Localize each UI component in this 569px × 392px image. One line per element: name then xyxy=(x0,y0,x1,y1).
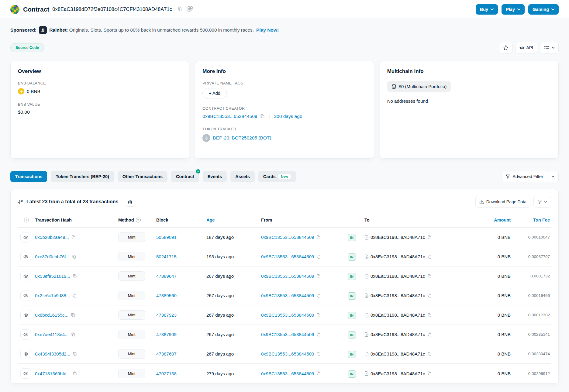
block-link[interactable]: 47387607 xyxy=(156,351,177,356)
qr-code-button[interactable] xyxy=(186,5,194,14)
method-badge[interactable]: Mint xyxy=(118,310,145,320)
checklist-icon xyxy=(544,45,550,50)
preview-transaction-button[interactable] xyxy=(20,349,31,359)
block-link[interactable]: 50241715 xyxy=(156,254,177,259)
copy-from-button[interactable] xyxy=(316,235,321,240)
copy-hash-button[interactable] xyxy=(71,235,76,240)
preview-transaction-button[interactable] xyxy=(20,271,31,281)
copy-to-button[interactable] xyxy=(427,312,432,318)
creator-address-link[interactable]: 0x9BC13553...653844509 xyxy=(202,114,257,119)
col-txn-fee[interactable]: Txn Fee xyxy=(512,218,551,222)
transaction-hash-link[interactable]: 0x47181369bfd... xyxy=(35,371,70,376)
preview-transaction-button[interactable] xyxy=(20,368,31,379)
gaming-button[interactable]: Gaming xyxy=(528,4,559,15)
copy-from-button[interactable] xyxy=(316,254,321,260)
block-link[interactable]: 47027138 xyxy=(156,371,177,376)
copy-hash-button[interactable] xyxy=(72,351,78,357)
transaction-hash-link[interactable]: 0xc37d0cbb76f... xyxy=(35,254,70,259)
direction-badge: IN xyxy=(348,351,356,358)
copy-hash-button[interactable] xyxy=(72,273,78,279)
direction-badge: IN xyxy=(348,253,356,261)
buy-button[interactable]: Buy xyxy=(476,4,498,15)
copy-hash-button[interactable] xyxy=(72,371,78,376)
creation-age-link[interactable]: 300 days ago xyxy=(274,114,302,119)
block-link[interactable]: 47389560 xyxy=(156,293,177,298)
copy-to-button[interactable] xyxy=(427,351,432,357)
from-address-link[interactable]: 0x9BC13553...653844509 xyxy=(261,312,314,318)
add-name-tag-button[interactable]: + Add xyxy=(202,88,227,98)
copy-to-button[interactable] xyxy=(427,371,432,376)
transaction-hash-link[interactable]: 0x5b28b2aa49... xyxy=(35,235,69,240)
copy-hash-button[interactable] xyxy=(70,312,76,318)
tab-token-transfers[interactable]: Token Transfers (BEP-20) xyxy=(51,171,114,182)
source-code-badge[interactable]: Source Code xyxy=(10,43,44,52)
play-now-link[interactable]: Play Now! xyxy=(256,27,279,33)
col-amount[interactable]: Amount xyxy=(453,218,512,222)
method-badge[interactable]: Mint xyxy=(118,349,145,359)
chart-view-button[interactable] xyxy=(125,197,135,207)
copy-address-button[interactable] xyxy=(176,5,184,14)
method-badge[interactable]: Mint xyxy=(118,369,145,378)
block-link[interactable]: 47387909 xyxy=(156,332,177,337)
tab-other-transactions[interactable]: Other Transactions xyxy=(118,171,167,182)
api-button[interactable]: </> API xyxy=(516,42,537,53)
tab-contract[interactable]: Contract xyxy=(171,171,199,182)
method-badge[interactable]: Mint xyxy=(118,291,145,300)
copy-hash-button[interactable] xyxy=(71,332,76,337)
copy-to-button[interactable] xyxy=(427,332,432,337)
col-age[interactable]: Age xyxy=(206,218,261,222)
from-address-link[interactable]: 0x9BC13553...653844509 xyxy=(261,235,314,240)
transaction-hash-link[interactable]: 0xe7ae4118e4... xyxy=(35,332,69,337)
play-button[interactable]: Play xyxy=(502,4,525,15)
from-address-link[interactable]: 0x9BC13553...653844509 xyxy=(261,254,314,259)
tab-assets[interactable]: Assets xyxy=(230,171,255,182)
more-options-button[interactable] xyxy=(540,42,559,53)
preview-transaction-button[interactable] xyxy=(20,291,31,301)
copy-from-button[interactable] xyxy=(316,332,321,337)
copy-from-button[interactable] xyxy=(316,293,321,298)
tab-events[interactable]: Events xyxy=(203,171,227,182)
contract-document-icon xyxy=(364,332,369,337)
multichain-portfolio-button[interactable]: $0 (Multichain Portfolio) xyxy=(387,81,451,92)
transaction-hash-link[interactable]: 0x53efa521019... xyxy=(35,273,70,279)
copy-from-button[interactable] xyxy=(316,312,321,318)
advanced-filter-dropdown[interactable] xyxy=(547,171,558,182)
transaction-hash-link[interactable]: 0x4394f3305d2... xyxy=(35,351,70,356)
preview-transaction-button[interactable] xyxy=(20,252,31,262)
copy-to-button[interactable] xyxy=(427,254,432,260)
copy-from-button[interactable] xyxy=(316,273,321,279)
copy-hash-button[interactable] xyxy=(72,293,77,298)
from-address-link[interactable]: 0x9BC13553...653844509 xyxy=(261,371,314,376)
tab-cards[interactable]: Cards New xyxy=(258,171,296,182)
preview-transaction-button[interactable] xyxy=(20,310,31,320)
method-badge[interactable]: Mint xyxy=(118,330,145,339)
copy-hash-button[interactable] xyxy=(71,254,77,260)
table-row: 0x47181369bfd... Mint 47027138 279 days … xyxy=(18,364,551,383)
block-link[interactable]: 47389647 xyxy=(156,273,177,279)
favorite-button[interactable] xyxy=(499,42,512,53)
tab-transactions[interactable]: Transactions xyxy=(10,171,47,182)
preview-transaction-button[interactable] xyxy=(20,329,31,340)
block-link[interactable]: 47387923 xyxy=(156,312,177,318)
from-address-link[interactable]: 0x9BC13553...653844509 xyxy=(261,332,314,337)
block-link[interactable]: 50589091 xyxy=(156,235,177,240)
copy-to-button[interactable] xyxy=(427,293,432,298)
copy-from-button[interactable] xyxy=(316,371,321,376)
from-address-link[interactable]: 0x9BC13553...653844509 xyxy=(261,351,314,356)
transaction-hash-link[interactable]: 0x2fe6c1b9d88... xyxy=(35,293,70,298)
method-badge[interactable]: Mint xyxy=(118,271,145,281)
from-address-link[interactable]: 0x9BC13553...653844509 xyxy=(261,293,314,298)
advanced-filter-button[interactable]: Advanced Filter xyxy=(502,171,547,182)
from-address-link[interactable]: 0x9BC13553...653844509 xyxy=(261,273,314,279)
copy-from-button[interactable] xyxy=(316,351,321,357)
copy-creator-button[interactable] xyxy=(260,113,265,119)
token-tracker-link[interactable]: BEP-20: BOT250205 (BOT) xyxy=(213,135,271,141)
method-badge[interactable]: Mint xyxy=(118,252,145,261)
transaction-hash-link[interactable]: 0x8bcd16155c... xyxy=(35,312,68,318)
copy-to-button[interactable] xyxy=(427,273,432,279)
table-filter-button[interactable] xyxy=(533,196,551,208)
copy-to-button[interactable] xyxy=(427,235,432,240)
preview-transaction-button[interactable] xyxy=(20,232,31,242)
method-badge[interactable]: Mint xyxy=(118,232,145,242)
download-page-data-button[interactable]: Download Page Data xyxy=(475,196,530,208)
